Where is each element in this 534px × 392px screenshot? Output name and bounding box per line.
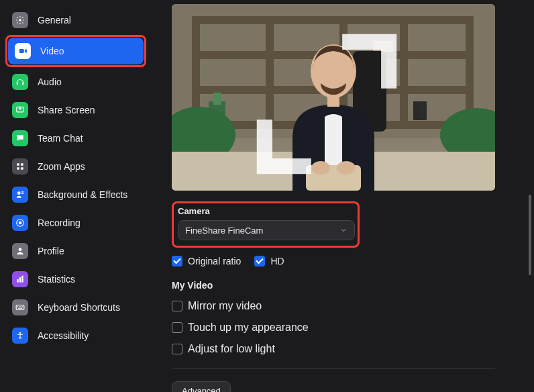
- svg-rect-1: [19, 49, 24, 53]
- svg-rect-16: [17, 279, 18, 283]
- expand-icon[interactable]: [172, 11, 488, 191]
- bg-icon: [12, 187, 28, 203]
- myvideo-option-label: Touch up my appearance: [188, 322, 309, 334]
- svg-rect-11: [21, 191, 24, 192]
- svg-rect-24: [18, 308, 22, 309]
- svg-rect-22: [21, 306, 21, 307]
- access-icon: [12, 328, 28, 344]
- hd-checkbox[interactable]: [254, 256, 265, 266]
- hd-label: HD: [270, 256, 284, 266]
- sidebar-item-label: Team Chat: [38, 133, 83, 144]
- svg-rect-9: [21, 167, 23, 170]
- sidebar-item-label: Accessibility: [38, 330, 89, 341]
- sidebar-active-highlight: Video: [5, 35, 146, 67]
- scrollbar-thumb[interactable]: [529, 195, 531, 275]
- general-icon: [12, 12, 28, 28]
- sidebar-item-access[interactable]: Accessibility: [5, 322, 146, 349]
- original-ratio-label: Original ratio: [188, 256, 241, 266]
- svg-marker-2: [25, 49, 27, 53]
- sidebar-item-share[interactable]: Share Screen: [5, 97, 146, 124]
- svg-point-14: [19, 222, 22, 225]
- settings-sidebar: GeneralVideoAudioShare ScreenTeam ChatZo…: [0, 0, 152, 392]
- svg-rect-23: [22, 306, 23, 307]
- sidebar-item-audio[interactable]: Audio: [5, 68, 146, 95]
- my-video-options: Mirror my videoTouch up my appearanceAdj…: [172, 300, 525, 355]
- sidebar-item-chat[interactable]: Team Chat: [5, 125, 146, 152]
- svg-rect-6: [17, 163, 19, 166]
- sidebar-item-label: Share Screen: [38, 105, 95, 115]
- share-icon: [12, 102, 28, 118]
- sidebar-item-label: Statistics: [38, 274, 75, 285]
- original-ratio-checkbox[interactable]: [172, 256, 182, 266]
- svg-point-0: [19, 19, 21, 21]
- camera-preview: [172, 4, 495, 191]
- camera-label: Camera: [178, 206, 354, 216]
- sidebar-item-label: Profile: [38, 246, 64, 256]
- sidebar-item-general[interactable]: General: [5, 7, 146, 34]
- rec-icon: [12, 215, 28, 231]
- ratio-row: Original ratio HD: [172, 256, 525, 266]
- sidebar-item-bg[interactable]: Background & Effects: [5, 181, 146, 208]
- section-divider: [172, 369, 495, 369]
- svg-rect-7: [21, 163, 23, 166]
- myvideo-option-label: Adjust for low light: [188, 343, 275, 355]
- sidebar-item-label: Keyboard Shortcuts: [38, 302, 120, 313]
- svg-rect-12: [21, 193, 24, 194]
- svg-rect-18: [21, 276, 23, 283]
- sidebar-item-label: Video: [40, 46, 64, 56]
- svg-rect-8: [17, 167, 19, 170]
- profile-icon: [12, 243, 28, 259]
- svg-rect-20: [17, 306, 18, 307]
- svg-rect-19: [16, 305, 24, 310]
- video-icon: [15, 43, 31, 59]
- camera-section-highlight: Camera FineShare FineCam: [172, 201, 360, 248]
- chat-icon: [12, 130, 28, 146]
- myvideo-checkbox-2[interactable]: [172, 344, 182, 354]
- sidebar-item-profile[interactable]: Profile: [5, 238, 146, 264]
- sidebar-item-rec[interactable]: Recording: [5, 209, 146, 236]
- svg-rect-3: [17, 83, 18, 85]
- stats-icon: [12, 271, 28, 287]
- sidebar-item-label: Audio: [38, 77, 62, 87]
- apps-icon: [12, 158, 28, 175]
- keyboard-icon: [12, 299, 28, 315]
- settings-main: Camera FineShare FineCam Original ratio …: [152, 0, 534, 392]
- my-video-label: My Video: [172, 280, 525, 291]
- myvideo-checkbox-1[interactable]: [172, 322, 182, 333]
- camera-select[interactable]: FineShare FineCam: [178, 220, 355, 240]
- svg-point-25: [19, 332, 21, 334]
- svg-point-10: [17, 191, 21, 195]
- advanced-button[interactable]: Advanced: [172, 381, 231, 392]
- sidebar-item-apps[interactable]: Zoom Apps: [5, 153, 146, 180]
- sidebar-item-label: Zoom Apps: [38, 161, 85, 172]
- svg-rect-21: [19, 306, 19, 307]
- sidebar-item-stats[interactable]: Statistics: [5, 266, 146, 293]
- svg-rect-4: [22, 83, 23, 85]
- svg-rect-17: [19, 277, 21, 283]
- sidebar-item-keyboard[interactable]: Keyboard Shortcuts: [5, 294, 146, 321]
- audio-icon: [12, 74, 28, 90]
- camera-select-value: FineShare FineCam: [185, 226, 263, 236]
- sidebar-item-label: Background & Effects: [38, 189, 127, 200]
- sidebar-item-label: Recording: [38, 217, 81, 228]
- myvideo-checkbox-0[interactable]: [172, 301, 182, 311]
- sidebar-item-label: General: [38, 15, 71, 26]
- chevron-down-icon: [339, 226, 348, 234]
- svg-point-15: [19, 248, 22, 251]
- myvideo-option-label: Mirror my video: [188, 300, 262, 312]
- sidebar-item-video[interactable]: Video: [8, 38, 144, 64]
